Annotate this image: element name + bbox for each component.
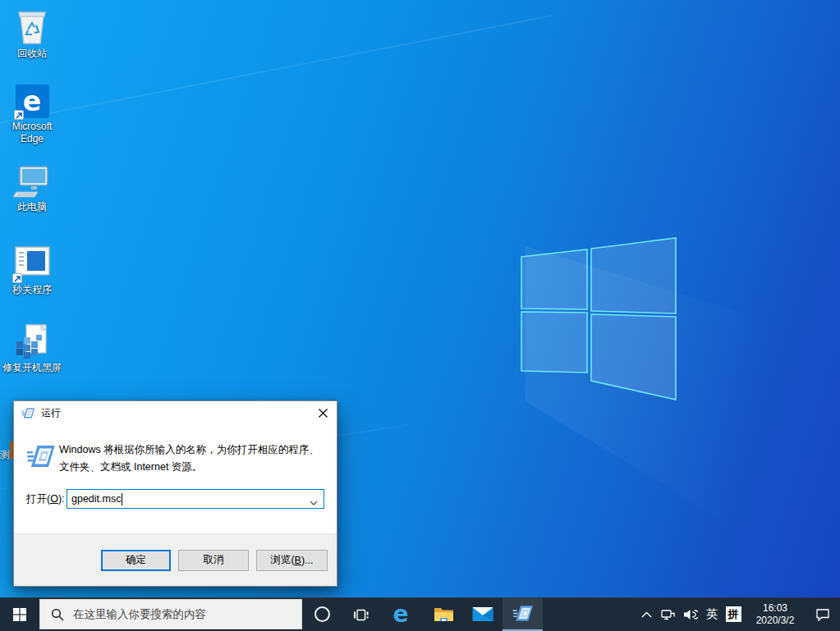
mail-icon — [472, 606, 493, 622]
file-explorer-button[interactable] — [424, 597, 463, 631]
light-ray — [0, 15, 553, 136]
run-command-input[interactable]: gpedit.msc — [67, 489, 324, 509]
ime-language-indicator[interactable]: 英 — [702, 597, 722, 631]
edge-icon: e — [393, 603, 409, 626]
cortana-button[interactable] — [302, 597, 342, 631]
desktop-icon-label: 修复开机黑屏 — [2, 362, 62, 374]
windows-logo-wallpaper — [519, 236, 678, 402]
run-icon — [512, 604, 534, 623]
clock[interactable]: 16:03 2020/3/2 — [745, 597, 806, 631]
task-view-button[interactable] — [342, 597, 381, 631]
date-text: 2020/3/2 — [756, 615, 795, 627]
action-center-button[interactable] — [806, 597, 840, 631]
desktop-icon-microsoft-edge[interactable]: e Microsoft Edge — [1, 85, 63, 145]
run-dialog: 运行 Windows 将根据你所输入的名称，为你打开相应的程序、 文件夹、文档或… — [13, 400, 337, 587]
network-tray-button[interactable] — [657, 597, 679, 631]
taskbar-search-input[interactable]: 在这里输入你要搜索的内容 — [39, 599, 302, 629]
notification-icon — [815, 608, 830, 621]
desktop-icon-label: 回收站 — [17, 48, 47, 60]
registry-file-icon — [13, 323, 51, 359]
text-cursor — [122, 493, 122, 505]
open-field-label: 打开(O): — [26, 492, 67, 506]
volume-tray-button[interactable] — [679, 597, 702, 631]
input-value: gpedit.msc — [71, 493, 121, 505]
run-taskbar-button-active[interactable] — [503, 597, 543, 631]
time-text: 16:03 — [763, 602, 787, 615]
taskbar: 在这里输入你要搜索的内容 e — [0, 597, 840, 631]
pinyin-ime-icon: 拼 — [726, 606, 741, 622]
recycle-bin-icon — [14, 7, 50, 45]
hidden-icons-button[interactable] — [636, 597, 657, 631]
desktop-icon-this-pc[interactable]: 此电脑 — [1, 164, 63, 213]
search-icon — [51, 608, 64, 621]
browse-button[interactable]: 浏览(B)... — [256, 550, 328, 571]
hidden-desktop-icon-label: 测 — [0, 448, 13, 462]
run-dialog-titlebar[interactable]: 运行 — [14, 401, 337, 425]
desktop-icon-recycle-bin[interactable]: 回收站 — [1, 7, 63, 60]
desktop-icon-label: Microsoft Edge — [2, 121, 62, 145]
chevron-up-icon — [641, 611, 652, 618]
edge-icon: e — [16, 85, 49, 118]
task-view-icon — [353, 606, 370, 623]
cortana-icon — [314, 606, 330, 622]
system-tray: 英 拼 16:03 2020/3/2 — [636, 597, 840, 631]
start-button[interactable] — [0, 597, 39, 631]
search-placeholder: 在这里输入你要搜索的内容 — [73, 607, 206, 622]
chevron-down-icon[interactable] — [310, 496, 318, 508]
ok-button[interactable]: 确定 — [101, 550, 171, 571]
description-line-2: 文件夹、文档或 Internet 资源。 — [59, 459, 319, 476]
description-line-1: Windows 将根据你所输入的名称，为你打开相应的程序、 — [59, 441, 319, 459]
folder-icon — [434, 606, 454, 623]
shortcut-arrow-icon — [14, 110, 24, 120]
cancel-button[interactable]: 取消 — [178, 550, 249, 571]
mail-button[interactable] — [463, 597, 503, 631]
this-pc-icon — [13, 164, 51, 199]
close-icon[interactable] — [309, 401, 337, 425]
network-icon — [661, 608, 676, 621]
run-icon-large — [26, 441, 59, 476]
desktop-icon-quick-close-app[interactable]: 秒关程序 — [1, 245, 63, 296]
desktop-icon-label: 秒关程序 — [12, 284, 52, 296]
desktop-icon-fix-black-screen[interactable]: 修复开机黑屏 — [1, 323, 63, 374]
desktop-icon-label: 此电脑 — [17, 201, 47, 213]
dialog-description: Windows 将根据你所输入的名称，为你打开相应的程序、 文件夹、文档或 In… — [59, 441, 319, 476]
shortcut-arrow-icon — [12, 273, 22, 283]
dialog-footer: 确定 取消 浏览(B)... — [14, 533, 337, 586]
run-icon — [21, 407, 35, 419]
dialog-title: 运行 — [41, 406, 61, 420]
ime-mode-indicator[interactable]: 拼 — [722, 597, 745, 631]
edge-taskbar-button[interactable]: e — [381, 597, 420, 631]
windows-start-icon — [13, 608, 26, 621]
speaker-icon — [683, 608, 698, 621]
